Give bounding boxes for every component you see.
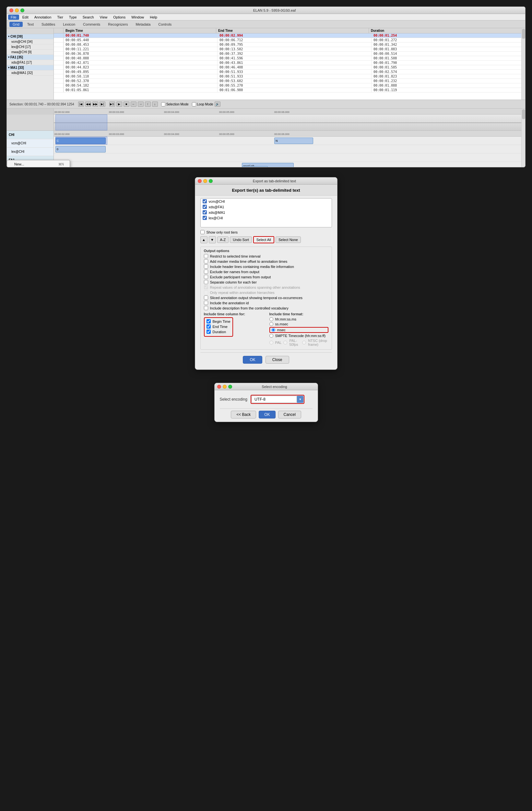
menu-search[interactable]: Search (80, 15, 97, 20)
menu-edit[interactable]: Edit (20, 15, 31, 20)
rb-hh-mm-ss[interactable] (269, 317, 273, 321)
close-button[interactable] (10, 9, 13, 12)
step-down-btn[interactable]: ↓ (152, 102, 158, 107)
radio-hh-mm-ss[interactable]: hh:mm:ss.ms (269, 317, 328, 321)
tier-lex-chi[interactable]: lex@CHI [17] (7, 44, 53, 50)
cb-restrict-time[interactable] (204, 254, 208, 258)
option-exclude-tier[interactable]: Exclude tier names from output (204, 270, 328, 274)
loop-mode-cb[interactable] (192, 102, 196, 106)
show-only-root-label[interactable]: Show only root tiers (206, 230, 238, 234)
stop-btn[interactable]: ■ (124, 102, 129, 107)
tier-list-xds-fa1[interactable]: xds@FA1 (201, 204, 332, 210)
tier-vcm-chi[interactable]: vcm@CHI [34] (7, 39, 53, 44)
annotation-vcm[interactable]: 0 (56, 146, 106, 152)
tier-mwa-chi[interactable]: mwa@CHI [9] (7, 50, 53, 55)
cb-exclude-tier[interactable] (204, 270, 208, 274)
encoding-select[interactable]: UTF-8 UTF-16 ISO-8859-1 US-ASCII (252, 396, 297, 403)
play-sel-btn[interactable]: ▶S (109, 102, 115, 107)
sort-up-btn[interactable]: ▲ (200, 236, 207, 243)
option-sliced-output[interactable]: Sliced annotation output showing tempora… (204, 295, 328, 300)
tab-subtitles[interactable]: Subtitles (38, 22, 58, 27)
option-header-lines[interactable]: Include header lines containing media fi… (204, 264, 328, 269)
selection-mode-cb[interactable] (161, 102, 165, 106)
menu-tier[interactable]: Tier (54, 15, 66, 20)
option-duration[interactable]: Duration (206, 330, 231, 334)
menu-open[interactable]: Open... ⌘O (7, 167, 70, 167)
table-row[interactable]: 00:00:01.740 00:00:02.994 00:00:01.254 (54, 33, 525, 38)
cb-duration[interactable] (206, 330, 211, 334)
scroll-thumb[interactable] (522, 29, 525, 39)
dialog-minimize-button[interactable] (203, 179, 207, 183)
tab-recognizers[interactable]: Recognizers (105, 22, 131, 27)
table-row[interactable]: 00:00:36.878 00:00:37.392 00:00:00.514 (54, 51, 525, 56)
cb-master-media[interactable] (204, 259, 208, 263)
menu-annotation[interactable]: Annotation (32, 15, 54, 20)
volume-btn[interactable]: 🔊 (215, 102, 220, 107)
option-controlled-vocab[interactable]: Include description from the controlled … (204, 306, 328, 310)
tier-xds-ma1[interactable]: xds@MA1 [32] (7, 71, 53, 76)
play-btn[interactable]: ▶ (116, 102, 122, 107)
table-row[interactable]: 00:00:44.823 00:00:46.408 00:00:01.585 (54, 65, 525, 70)
tab-metadata[interactable]: Metadata (132, 22, 154, 27)
dialog-maximize-button[interactable] (209, 179, 213, 183)
cb-sliced-output[interactable] (204, 295, 208, 300)
option-end-time[interactable]: End Time (206, 324, 231, 328)
option-begin-time[interactable]: Begin Time (206, 319, 231, 323)
tier-cb-lex-chi[interactable] (203, 216, 207, 220)
menu-file[interactable]: File (8, 15, 19, 20)
table-row[interactable]: 00:00:11.221 00:00:13.502 00:00:01.083 (54, 47, 525, 51)
menu-options[interactable]: Options (111, 15, 128, 20)
timeline-scrollbar[interactable] (521, 109, 525, 167)
annotation-fa1-2[interactable]: C (242, 166, 268, 167)
enc-ok-button[interactable]: OK (259, 411, 275, 418)
annotation-chi-2[interactable]: N (274, 138, 313, 144)
menu-view[interactable]: View (97, 15, 110, 20)
cb-controlled-vocab[interactable] (204, 306, 208, 310)
tab-controls[interactable]: Controls (155, 22, 175, 27)
table-row[interactable]: 00:00:54.182 00:00:55.270 00:00:01.088 (54, 83, 525, 88)
tier-list-xds-ma1[interactable]: xds@MA1 (201, 210, 332, 215)
ok-button[interactable]: OK (243, 356, 262, 364)
select-all-btn[interactable]: Select All (253, 236, 274, 243)
rb-smpte[interactable] (269, 334, 273, 338)
next-btn[interactable]: ▶▶ (92, 102, 98, 107)
undo-sort-btn[interactable]: Undo Sort (230, 236, 252, 243)
tier-list-lex-chi[interactable]: lex@CHI (201, 215, 332, 220)
cb-begin-time[interactable] (206, 319, 211, 323)
cb-end-time[interactable] (206, 324, 211, 328)
table-row[interactable]: 00:01:05.861 00:01:06.980 00:00:01.119 (54, 88, 525, 92)
radio-msec[interactable]: msec (269, 327, 328, 333)
show-only-root-cb[interactable] (200, 230, 205, 234)
forward-btn[interactable]: ▶| (99, 102, 105, 107)
rb-ss-msec[interactable] (269, 322, 273, 326)
tier-xds-fa1[interactable]: xds@FA1 [17] (7, 60, 53, 65)
tier-cb-vcm-chi[interactable] (203, 199, 207, 203)
sort-az-btn[interactable]: A-Z (217, 236, 229, 243)
loop-mode-label[interactable]: Loop Mode (192, 102, 213, 106)
tab-grid[interactable]: Grid (10, 22, 23, 27)
tab-text[interactable]: Text (24, 22, 37, 27)
annotation-chi[interactable]: C (56, 138, 106, 144)
table-row[interactable]: 00:00:08.453 00:00:09.795 00:00:01.342 (54, 43, 525, 47)
menu-new[interactable]: New... ⌘N (7, 161, 70, 167)
tab-comments[interactable]: Comments (80, 22, 104, 27)
enc-cancel-button[interactable]: Cancel (278, 411, 301, 418)
tab-lexicon[interactable]: Lexicon (60, 22, 78, 27)
table-row[interactable]: 00:00:42.071 00:00:43.861 00:00:01.790 (54, 61, 525, 65)
encoding-dropdown-arrow[interactable]: ▼ (297, 396, 303, 403)
rb-msec[interactable] (271, 328, 275, 332)
tier-cb-xds-fa1[interactable] (203, 205, 207, 209)
option-master-media[interactable]: Add master media time offset to annotati… (204, 259, 328, 263)
tier-fa1[interactable]: ▾ FA1 [35] (7, 55, 53, 60)
enc-maximize-button[interactable] (228, 385, 232, 388)
close-button-dlg[interactable]: Close (266, 356, 289, 364)
step-fwd-btn[interactable]: → (138, 102, 144, 107)
back-button[interactable]: << Back (231, 411, 256, 418)
option-ann-id[interactable]: Include the annotation id (204, 301, 328, 305)
selection-mode-label[interactable]: Selection Mode (161, 102, 189, 106)
option-restrict-time[interactable]: Restrict to selected time interval (204, 254, 328, 258)
table-row[interactable]: 00:00:05.440 00:00:06.712 00:00:01.272 (54, 38, 525, 43)
rewind-btn[interactable]: |◀ (78, 102, 84, 107)
menu-help[interactable]: Help (147, 15, 160, 20)
tier-ma1[interactable]: ▾ MA1 [33] (7, 65, 53, 71)
